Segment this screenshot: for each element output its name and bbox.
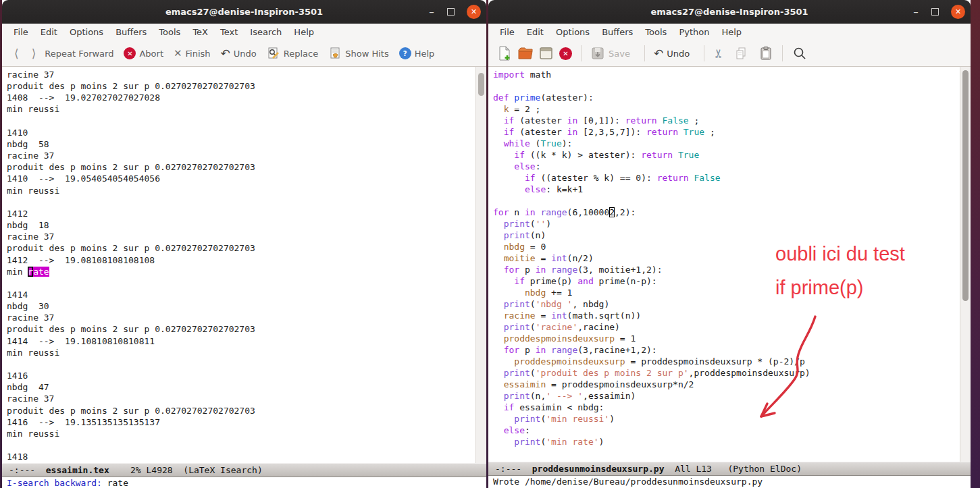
text-line: 1410 [7,127,475,138]
text-line [7,196,475,208]
text-line: if prime(p) and prime(n-p): [493,275,960,287]
text-line: min reussi [7,347,475,358]
copy-button[interactable] [733,46,748,61]
menu-edit[interactable]: Edit [34,27,63,37]
text-line: proddespmoinsdeuxsurp = proddespmoinsdeu… [493,356,960,367]
menu-buffers[interactable]: Buffers [596,27,639,37]
text-line: racine 37 [7,393,475,404]
undo-button[interactable]: ↶ Undo [221,49,257,59]
undo-icon: ↶ [221,49,230,58]
text-line: racine 37 [7,312,475,323]
text-line: else: k=k+1 [493,184,960,195]
menu-tools[interactable]: Tools [639,27,673,37]
modeline-position: All L13 [675,464,712,474]
menu-help[interactable]: Help [288,27,320,37]
search-previous-icon[interactable]: ⟨ [10,47,23,60]
replace-icon [267,47,280,60]
menu-python[interactable]: Python [673,27,715,37]
text-line: min reussi [7,428,475,439]
close-button[interactable]: ✕ [467,5,481,19]
finish-icon: ✕ [174,47,182,59]
menu-bar: FileEditOptionsBuffersToolsPythonHelp [488,24,971,40]
menu-tex[interactable]: TeX [186,27,214,37]
modeline-flags: -:--- [9,465,35,475]
close-button[interactable]: ✕ [951,5,965,19]
new-frame-button[interactable] [538,45,555,61]
text-line: def prime(atester): [493,92,960,103]
undo-button[interactable]: ↶ Undo [654,49,690,59]
text-line: if essaimin < nbdg: [493,402,960,413]
close-buffer-button[interactable]: ✕ [559,47,572,60]
save-button[interactable]: Save [590,46,630,61]
toolbar-separator [581,45,582,61]
buffer-text[interactable]: import math def prime(atester): k = 2 ; … [488,67,960,462]
finish-button[interactable]: ✕ Finish [174,47,211,59]
menu-help[interactable]: Help [715,27,748,37]
text-line: racine = int(math.sqrt(n)) [493,310,960,321]
repeat-forward-button[interactable]: Repeat Forward [45,49,113,59]
abort-icon: ✕ [124,47,136,59]
text-line: nbdg = 0 [493,241,960,252]
menu-bar: FileEditOptionsBuffersToolsTeXTextIsearc… [2,24,486,40]
scrollbar[interactable] [475,67,486,463]
modeline-position: 2% L4928 [130,465,173,475]
maximize-button[interactable] [931,8,939,16]
menu-options[interactable]: Options [550,27,596,37]
help-button[interactable]: ? Help [399,47,435,59]
new-file-button[interactable] [496,45,513,61]
replace-button[interactable]: Replace [267,47,318,60]
modeline-flags: -:--- [495,464,521,474]
text-line: print(n,' --> ',essaimin) [493,390,960,402]
scrollbar[interactable] [960,67,971,462]
modeline-buffer-name: proddesunmoinsdeuxsurp.py [532,464,665,474]
modeline-buffer-name: essaimin.tex [46,465,109,475]
text-line: min rate [7,266,475,277]
menu-edit[interactable]: Edit [521,27,550,37]
cut-button[interactable]: ✂ [711,48,725,58]
titlebar[interactable]: emacs27@denise-Inspiron-3501 – ✕ [2,0,486,24]
text-line: print('produit des p moins 2 sur p',prod… [493,367,960,379]
text-line: for p in range(3, moitie+1,2): [493,264,960,275]
echo-area[interactable]: Wrote /home/denise/Bureau/proddesunmoins… [488,476,971,488]
buffer-area[interactable]: racine 37produit des p moins 2 sur p 0.0… [2,67,486,463]
toolbar: ✕ Save ↶ Undo ✂ [488,40,971,67]
text-line: print('min reussi') [493,413,960,425]
scrollbar-thumb[interactable] [478,73,484,96]
search-next-icon[interactable]: ⟩ [28,47,41,60]
abort-button[interactable]: ✕ Abort [124,47,163,59]
menu-file[interactable]: File [7,27,34,37]
show-hits-icon [328,47,342,60]
text-line: print(n) [493,229,960,241]
text-line: print('') [493,218,960,229]
menu-tools[interactable]: Tools [153,27,186,37]
mode-line: -:--- essaimin.tex 2% L4928 (LaTeX Isear… [2,463,486,477]
text-line: produit des p moins 2 sur p 0.0270270270… [7,161,475,173]
menu-isearch[interactable]: Isearch [244,27,288,37]
text-line: 1410 --> 19.054054054054056 [7,173,475,184]
text-line: racine 37 [7,150,475,161]
text-line: racine 37 [7,69,475,80]
maximize-button[interactable] [447,8,455,16]
buffer-text[interactable]: racine 37produit des p moins 2 sur p 0.0… [2,67,475,463]
text-line: k = 2 ; [493,103,960,115]
minimize-button[interactable]: – [911,9,921,16]
buffer-area[interactable]: import math def prime(atester): k = 2 ; … [488,67,971,462]
menu-text[interactable]: Text [214,27,244,37]
text-line: produit des p moins 2 sur p 0.0270270270… [7,80,475,92]
echo-message: Wrote /home/denise/Bureau/proddesunmoins… [493,477,763,487]
toolbar-separator [644,45,645,61]
menu-file[interactable]: File [494,27,521,37]
text-line: nbdg += 1 [493,287,960,298]
menu-buffers[interactable]: Buffers [109,27,153,37]
text-line: if ((atester % k) == 0): return False [493,172,960,184]
scrollbar-thumb[interactable] [962,70,969,301]
minibuffer[interactable]: I-search backward: rate [2,477,486,488]
paste-button[interactable] [758,46,773,61]
mode-line: -:--- proddesunmoinsdeuxsurp.py All L13 … [488,462,971,476]
open-file-button[interactable] [517,45,534,61]
titlebar[interactable]: emacs27@denise-Inspiron-3501 – ✕ [488,0,971,24]
minimize-button[interactable]: – [427,9,436,16]
search-button[interactable] [792,45,808,61]
show-hits-button[interactable]: Show Hits [328,47,388,60]
menu-options[interactable]: Options [63,27,109,37]
